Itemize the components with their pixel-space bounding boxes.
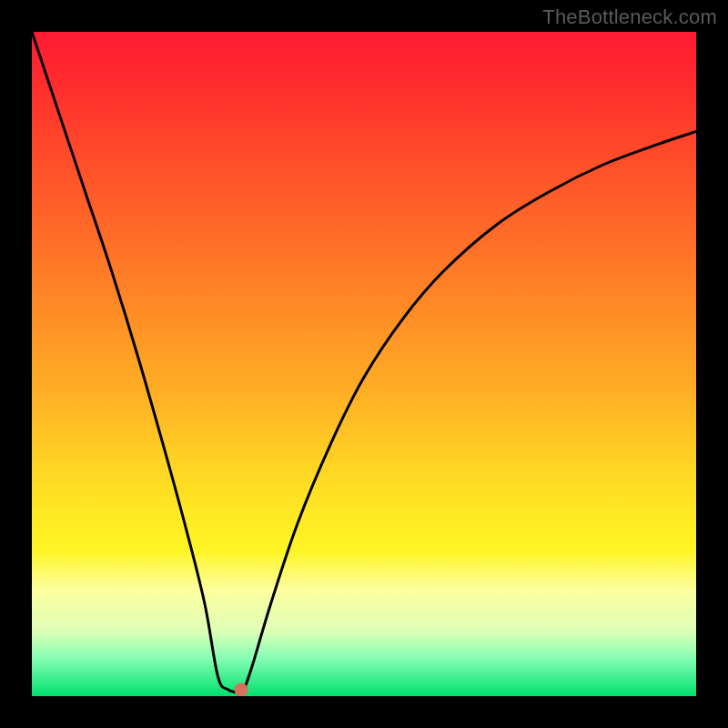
bottleneck-curve <box>32 32 696 696</box>
plot-area <box>32 32 696 696</box>
chart-frame: TheBottleneck.com <box>0 0 728 728</box>
watermark-text: TheBottleneck.com <box>542 5 717 29</box>
optimal-point-marker <box>234 683 248 697</box>
